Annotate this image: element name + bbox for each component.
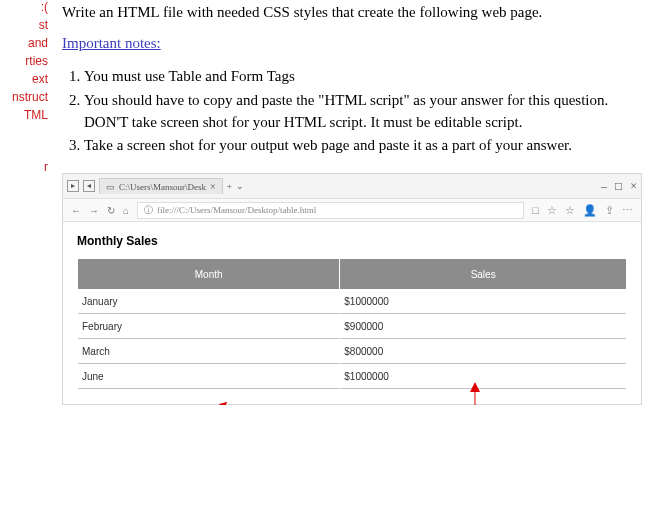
table-header-row: Month Sales xyxy=(78,259,626,289)
minimize-button[interactable]: – xyxy=(601,179,607,194)
person-icon[interactable]: 👤 xyxy=(583,204,597,217)
question-content: Write an HTML file with needed CSS style… xyxy=(62,0,653,157)
table-cell: June xyxy=(78,365,339,389)
notes-list: You must use Table and Form Tags You sho… xyxy=(62,66,643,157)
more-icon[interactable]: ⋯ xyxy=(622,204,633,217)
sidebar-item[interactable]: st xyxy=(0,18,50,32)
table-row: February $900000 xyxy=(78,315,626,339)
forward-icon[interactable]: → xyxy=(89,205,99,216)
page-title: Monthly Sales xyxy=(77,234,627,248)
tab-title: C:\Users\Mansour\Desk xyxy=(119,182,206,192)
sidebar-item[interactable]: r xyxy=(0,160,50,174)
sidebar-item[interactable]: ext xyxy=(0,72,50,86)
sidebar-item[interactable]: ): xyxy=(0,0,50,14)
table-cell: $1000000 xyxy=(340,290,626,314)
maximize-button[interactable]: □ xyxy=(615,179,622,194)
close-window-button[interactable]: × xyxy=(630,179,637,194)
sidebar-item[interactable]: nstruct xyxy=(0,90,50,104)
tab-forward-icon[interactable]: ▸ xyxy=(67,180,79,192)
table-cell: February xyxy=(78,315,339,339)
star-icon[interactable]: ☆ xyxy=(547,204,557,217)
table-header: Sales xyxy=(340,259,626,289)
sidebar-item[interactable]: rties xyxy=(0,54,50,68)
home-icon[interactable]: ⌂ xyxy=(123,205,129,216)
url-text: file:///C:/Users/Mansour/Desktop/table.h… xyxy=(157,205,316,215)
table-cell: $900000 xyxy=(340,315,626,339)
note-item: You must use Table and Form Tags xyxy=(84,66,643,88)
refresh-icon[interactable]: ↻ xyxy=(107,205,115,216)
notes-title: Important notes: xyxy=(62,35,643,52)
close-icon[interactable]: × xyxy=(210,181,216,192)
back-icon[interactable]: ← xyxy=(71,205,81,216)
sidebar-item[interactable]: and xyxy=(0,36,50,50)
intro-text: Write an HTML file with needed CSS style… xyxy=(62,4,643,21)
address-bar: ← → ↻ ⌂ ⓘ file:///C:/Users/Mansour/Deskt… xyxy=(63,198,641,222)
note-item: You should have to copy and paste the "H… xyxy=(84,90,643,134)
reading-icon[interactable]: □ xyxy=(532,204,539,217)
share-icon[interactable]: ⇪ xyxy=(605,204,614,217)
chevron-down-icon[interactable]: ⌄ xyxy=(236,181,244,191)
page-viewport: Monthly Sales Month Sales January $10000… xyxy=(63,222,641,404)
sales-table: Month Sales January $1000000 February $9… xyxy=(77,258,627,390)
table-cell: March xyxy=(78,340,339,364)
left-sidebar: ): st and rties ext nstruct TML r xyxy=(0,0,50,178)
info-icon: ⓘ xyxy=(144,204,153,217)
table-cell: $800000 xyxy=(340,340,626,364)
url-input[interactable]: ⓘ file:///C:/Users/Mansour/Desktop/table… xyxy=(137,202,524,219)
sidebar-item[interactable]: TML xyxy=(0,108,50,122)
table-row: January $1000000 xyxy=(78,290,626,314)
page-icon: ▭ xyxy=(106,182,115,192)
table-cell: January xyxy=(78,290,339,314)
table-row: March $800000 xyxy=(78,340,626,364)
tab-back-icon[interactable]: ◂ xyxy=(83,180,95,192)
note-item: Take a screen shot for your output web p… xyxy=(84,135,643,157)
browser-tab[interactable]: ▭ C:\Users\Mansour\Desk × xyxy=(99,178,223,194)
table-header: Month xyxy=(78,259,339,289)
browser-screenshot: ▸ ◂ ▭ C:\Users\Mansour\Desk × + ⌄ – □ × … xyxy=(62,173,642,405)
new-tab-button[interactable]: + xyxy=(227,181,232,191)
table-cell: $1000000 xyxy=(340,365,626,389)
table-row: June $1000000 xyxy=(78,365,626,389)
browser-titlebar: ▸ ◂ ▭ C:\Users\Mansour\Desk × + ⌄ – □ × xyxy=(63,174,641,198)
favorites-icon[interactable]: ☆ xyxy=(565,204,575,217)
